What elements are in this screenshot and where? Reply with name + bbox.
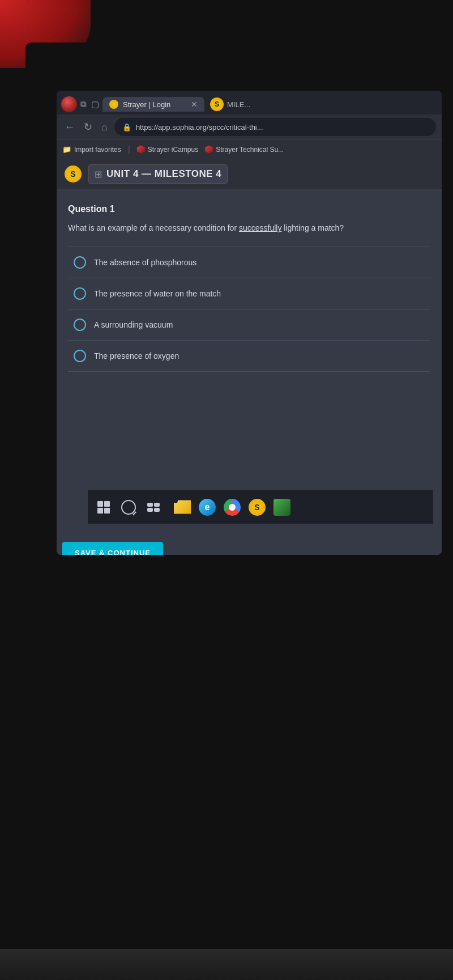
tv-sq4 — [154, 508, 160, 512]
tab-close-button[interactable]: ✕ — [191, 100, 198, 109]
green-app-icon[interactable] — [273, 499, 290, 516]
taskbar-search-button[interactable] — [121, 499, 136, 515]
question-label: Question 1 — [68, 204, 430, 214]
taskbar-pinned-apps: e S — [174, 499, 290, 516]
bookmark-import-favorites[interactable]: 📁 Import favorites — [62, 145, 121, 154]
strayer-tech-label: Strayer Technical Su... — [216, 146, 284, 154]
back-button[interactable]: ← — [62, 120, 77, 134]
question-underline: successfully — [239, 223, 281, 232]
screen-bezel: ⧉ ▢ Strayer | Login ✕ S MILE... ← — [57, 91, 442, 555]
tab-nav-icons: ⧉ ▢ — [80, 99, 99, 109]
edge-icon[interactable]: e — [199, 499, 216, 516]
active-browser-tab[interactable]: Strayer | Login ✕ — [102, 97, 204, 112]
question-text: What is an example of a necessary condit… — [68, 222, 430, 234]
radio-button-d[interactable] — [74, 350, 86, 362]
save-continue-button[interactable]: SAVE & CONTINUE — [62, 542, 163, 555]
strayer-icampus-icon — [137, 146, 145, 154]
win-sq-4 — [104, 508, 110, 514]
lock-icon: 🔒 — [122, 123, 131, 131]
mile-tab-label: MILE... — [227, 100, 250, 109]
sophia-logo-letter: S — [70, 169, 75, 179]
new-tab-area: S MILE... — [210, 97, 250, 111]
quiz-content-area: Question 1 What is an example of a neces… — [57, 190, 442, 531]
taskview-icon — [147, 503, 160, 512]
chrome-icon[interactable] — [224, 499, 241, 516]
bookmarks-bar: 📁 Import favorites | Strayer iCampus Str… — [57, 139, 442, 159]
url-display: https://app.sophia.org/spcc/critical-thi… — [136, 123, 263, 131]
page-header: S ⊞ UNIT 4 — MILESTONE 4 — [57, 159, 442, 190]
option-text-b: The presence of water on the match — [94, 289, 221, 298]
bookmark-strayer-icampus[interactable]: Strayer iCampus — [137, 146, 198, 154]
option-text-c: A surrounding vacuum — [94, 320, 173, 329]
address-bar[interactable]: 🔒 https://app.sophia.org/spcc/critical-t… — [114, 118, 436, 136]
laptop-body-bottom — [0, 949, 453, 980]
answer-options-list: The absence of phosphorous The presence … — [68, 247, 430, 372]
tab-favicon — [109, 100, 118, 109]
windows-icon — [97, 501, 110, 514]
browser-chrome: ⧉ ▢ Strayer | Login ✕ S MILE... ← — [57, 91, 442, 190]
bookmark-strayer-tech[interactable]: Strayer Technical Su... — [205, 146, 284, 154]
bookmark-divider-1: | — [128, 145, 130, 155]
answer-option-b[interactable]: The presence of water on the match — [68, 278, 430, 309]
sophia-logo: S — [65, 166, 82, 183]
tv-sq2 — [154, 503, 160, 507]
import-folder-icon: 📁 — [62, 145, 71, 154]
home-button[interactable]: ⌂ — [99, 120, 110, 134]
new-window-icon[interactable]: ▢ — [91, 99, 99, 109]
sophia-taskbar-icon[interactable]: S — [249, 499, 266, 516]
win-sq-3 — [97, 508, 103, 514]
radio-button-c[interactable] — [74, 319, 86, 331]
tab-title: Strayer | Login — [123, 100, 170, 109]
tab-bar: ⧉ ▢ Strayer | Login ✕ S MILE... — [57, 91, 442, 114]
win-sq-1 — [97, 501, 103, 507]
sophia-tab-label: S — [215, 100, 219, 108]
taskbar-taskview-button[interactable] — [146, 499, 161, 515]
answer-option-a[interactable]: The absence of phosphorous — [68, 247, 430, 278]
sophia-tab-icon: S — [210, 97, 224, 111]
radio-button-b[interactable] — [74, 287, 86, 300]
taskbar: e S — [88, 490, 433, 524]
windows-start-button[interactable] — [96, 499, 112, 515]
save-button-container: SAVE & CONTINUE — [57, 531, 442, 555]
win-sq-2 — [104, 501, 110, 507]
milestone-badge: ⊞ UNIT 4 — MILESTONE 4 — [88, 164, 228, 184]
option-text-d: The presence of oxygen — [94, 351, 179, 360]
strayer-tech-icon — [205, 146, 213, 154]
search-circle-icon — [121, 500, 136, 515]
refresh-button[interactable]: ↻ — [82, 120, 95, 134]
option-text-a: The absence of phosphorous — [94, 258, 196, 267]
address-bar-row: ← ↻ ⌂ 🔒 https://app.sophia.org/spcc/crit… — [57, 114, 442, 139]
milestone-grid-icon: ⊞ — [95, 169, 102, 180]
radio-button-a[interactable] — [74, 256, 86, 269]
copy-tabs-icon[interactable]: ⧉ — [80, 99, 87, 109]
tv-sq3 — [147, 508, 153, 512]
tv-sq1 — [147, 503, 153, 507]
strayer-icampus-label: Strayer iCampus — [148, 146, 198, 154]
answer-option-c[interactable]: A surrounding vacuum — [68, 309, 430, 341]
screen-outer-bezel: ⧉ ▢ Strayer | Login ✕ S MILE... ← — [25, 43, 450, 770]
profile-avatar[interactable] — [61, 96, 77, 112]
file-explorer-icon[interactable] — [174, 499, 191, 516]
import-favorites-label: Import favorites — [74, 146, 121, 154]
answer-option-d[interactable]: The presence of oxygen — [68, 341, 430, 372]
milestone-title: UNIT 4 — MILESTONE 4 — [106, 168, 221, 180]
